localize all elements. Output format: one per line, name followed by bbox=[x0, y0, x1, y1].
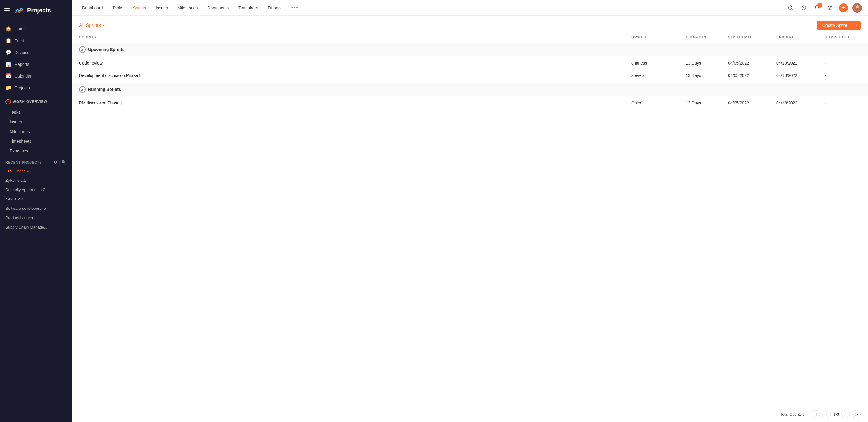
pagination-bar: Total Count: 3 ⟨⟨ ‹ 1-3 › ⟩⟩ bbox=[72, 406, 868, 422]
nav-finance[interactable]: Finance bbox=[264, 4, 287, 12]
timer-button[interactable] bbox=[799, 3, 808, 12]
more-menu-button[interactable]: ••• bbox=[288, 3, 302, 13]
recent-project-nexus[interactable]: Nexus 2.0 bbox=[0, 194, 72, 204]
recent-projects-label: RECENT PROJECTS ⚙ | 🔍 bbox=[0, 156, 72, 166]
home-icon: 🏠 bbox=[5, 26, 11, 32]
sprint-completed: - bbox=[825, 73, 861, 78]
create-sprint-button[interactable]: Create Sprint ▾ bbox=[817, 21, 861, 30]
col-sprints: SPRINTS bbox=[79, 35, 631, 39]
all-sprints-filter[interactable]: All Sprints ▾ bbox=[79, 23, 104, 28]
sprint-start-date: 04/05/2022 bbox=[728, 73, 776, 78]
content-header: All Sprints ▾ Create Sprint ▾ bbox=[72, 16, 868, 33]
table-row[interactable]: Development discussion Phase I steveb 13… bbox=[79, 69, 861, 82]
recent-project-erp[interactable]: ERP Phase VII bbox=[0, 166, 72, 176]
recent-project-zylker[interactable]: Zylker 6.2.1 bbox=[0, 176, 72, 185]
sidebar-item-timesheets[interactable]: Timesheets bbox=[0, 137, 72, 146]
last-page-button[interactable]: ⟩⟩ bbox=[852, 410, 861, 418]
first-page-button[interactable]: ⟨⟨ bbox=[812, 410, 820, 418]
recent-projects-actions: ⚙ | 🔍 bbox=[54, 160, 66, 164]
sidebar-item-calendar[interactable]: 📅 Calendar bbox=[0, 70, 72, 82]
app-logo bbox=[14, 5, 25, 16]
sprint-name: Development discussion Phase I bbox=[79, 73, 631, 78]
sidebar-item-expenses[interactable]: Expenses bbox=[0, 146, 72, 156]
sidebar-item-feed[interactable]: 📋 Feed bbox=[0, 35, 72, 47]
sprint-duration: 13 Days bbox=[686, 100, 728, 106]
sprint-end-date: 04/18/2022 bbox=[776, 73, 825, 78]
sidebar-item-projects[interactable]: 📁 Projects bbox=[0, 82, 72, 94]
recent-project-supply[interactable]: Supply Chain Manage... bbox=[0, 222, 72, 232]
upcoming-sprints-label: Upcoming Sprints bbox=[88, 47, 125, 52]
sidebar: Projects 🏠 Home 📋 Feed 💬 Discuss 📊 Repor… bbox=[0, 0, 72, 422]
sidebar-item-home[interactable]: 🏠 Home bbox=[0, 23, 72, 35]
svg-point-7 bbox=[829, 6, 830, 7]
recent-project-product[interactable]: Product Launch bbox=[0, 213, 72, 222]
settings-button[interactable] bbox=[826, 3, 835, 12]
top-navigation: Dashboard Tasks Sprints Issues Milestone… bbox=[72, 0, 868, 16]
separator: | bbox=[59, 160, 60, 164]
sidebar-item-issues[interactable]: Issues bbox=[0, 117, 72, 127]
nav-sprints[interactable]: Sprints bbox=[129, 4, 150, 12]
discuss-icon: 💬 bbox=[5, 50, 11, 55]
table-row[interactable]: PM discussion Phase | Chloé 13 Days 04/0… bbox=[79, 97, 861, 109]
search-button[interactable] bbox=[786, 3, 795, 12]
upcoming-collapse-button[interactable]: ▲ bbox=[79, 46, 86, 53]
sprint-duration: 13 Days bbox=[686, 61, 728, 65]
col-duration: DURATION bbox=[686, 35, 728, 39]
sprint-owner: steveb bbox=[631, 73, 686, 78]
topnav-actions: 3 + bbox=[786, 3, 862, 13]
nav-milestones[interactable]: Milestones bbox=[173, 4, 202, 12]
svg-point-8 bbox=[831, 7, 832, 8]
sprint-completed: - bbox=[825, 61, 861, 65]
app-title: Projects bbox=[27, 7, 51, 14]
svg-point-11 bbox=[856, 5, 859, 8]
sprint-end-date: 04/18/2022 bbox=[776, 61, 825, 65]
sidebar-item-tasks[interactable]: Tasks bbox=[0, 108, 72, 117]
chevron-down-icon: ▾ bbox=[103, 23, 104, 27]
filter-icon[interactable]: ⚙ bbox=[54, 160, 58, 164]
work-overview-header[interactable]: ▼ WORK OVERVIEW bbox=[0, 96, 72, 108]
create-sprint-dropdown-icon[interactable]: ▾ bbox=[853, 21, 861, 30]
hamburger-icon[interactable] bbox=[4, 8, 10, 12]
notifications-button[interactable]: 3 bbox=[812, 3, 822, 12]
nav-dashboard[interactable]: Dashboard bbox=[78, 4, 107, 12]
svg-line-2 bbox=[791, 9, 792, 10]
content-area: All Sprints ▾ Create Sprint ▾ SPRINTS OW… bbox=[72, 16, 868, 422]
recent-project-donnelly[interactable]: Donnelly Apartments C bbox=[0, 185, 72, 194]
sidebar-item-label: Home bbox=[14, 27, 26, 31]
nav-tasks[interactable]: Tasks bbox=[108, 4, 128, 12]
sprint-owner: charless bbox=[631, 61, 686, 65]
user-avatar[interactable] bbox=[852, 3, 862, 13]
sidebar-item-reports[interactable]: 📊 Reports bbox=[0, 58, 72, 70]
nav-documents[interactable]: Documents bbox=[203, 4, 233, 12]
sidebar-item-discuss[interactable]: 💬 Discuss bbox=[0, 47, 72, 58]
sidebar-nav: 🏠 Home 📋 Feed 💬 Discuss 📊 Reports 📅 Cale… bbox=[0, 21, 72, 96]
sidebar-item-label: Calendar bbox=[14, 74, 32, 79]
total-count: Total Count: 3 bbox=[780, 412, 804, 417]
nav-timesheet[interactable]: Timesheet bbox=[234, 4, 262, 12]
create-sprint-label: Create Sprint bbox=[817, 21, 852, 30]
sidebar-item-label: Projects bbox=[14, 85, 30, 90]
svg-point-12 bbox=[855, 9, 860, 13]
prev-page-button[interactable]: ‹ bbox=[823, 410, 831, 418]
calendar-icon: 📅 bbox=[5, 73, 11, 79]
table-row[interactable]: Code review charless 13 Days 04/05/2022 … bbox=[79, 57, 861, 69]
sidebar-item-label: Reports bbox=[14, 62, 29, 67]
sidebar-item-label: Discuss bbox=[14, 50, 29, 55]
add-button[interactable]: + bbox=[839, 3, 848, 12]
sprints-table: SPRINTS OWNER DURATION START DATE END DA… bbox=[72, 33, 868, 406]
next-page-button[interactable]: › bbox=[841, 410, 850, 418]
sidebar-item-milestones[interactable]: Milestones bbox=[0, 127, 72, 137]
notification-count: 3 bbox=[817, 3, 822, 7]
sprint-completed: - bbox=[825, 100, 861, 106]
sprint-owner: Chloé bbox=[631, 100, 686, 106]
nav-issues[interactable]: Issues bbox=[152, 4, 172, 12]
table-header-row: SPRINTS OWNER DURATION START DATE END DA… bbox=[79, 33, 861, 42]
work-overview-label: WORK OVERVIEW bbox=[13, 100, 48, 104]
projects-icon: 📁 bbox=[5, 85, 11, 91]
recent-project-software[interactable]: Software developers re bbox=[0, 204, 72, 213]
sprint-name: Code review bbox=[79, 61, 631, 65]
col-start-date: START DATE bbox=[728, 35, 776, 39]
sprint-start-date: 04/05/2022 bbox=[728, 100, 776, 106]
running-collapse-button[interactable]: ▲ bbox=[79, 86, 86, 93]
search-icon[interactable]: 🔍 bbox=[61, 160, 66, 164]
